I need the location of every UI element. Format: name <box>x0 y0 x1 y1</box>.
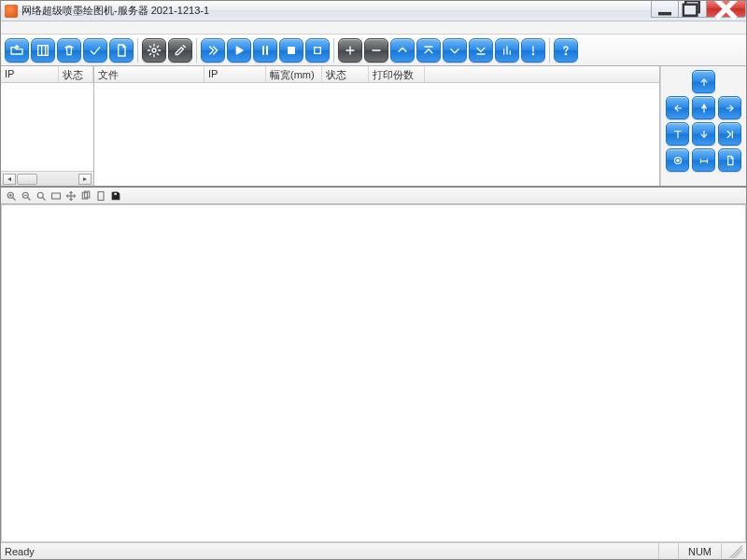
toolbar-separator <box>549 38 550 63</box>
column-header-width[interactable]: 幅宽(mm) <box>266 66 322 82</box>
confirm-button[interactable] <box>83 38 107 63</box>
status-seg-empty1 <box>658 543 678 559</box>
main-toolbar <box>1 35 746 66</box>
column-header-status2[interactable]: 状态 <box>322 66 369 82</box>
fit-width-icon[interactable] <box>49 189 62 202</box>
resize-grip-icon[interactable] <box>729 545 742 558</box>
fast-forward-button[interactable] <box>201 38 225 63</box>
jobs-panel: 文件 IP 幅宽(mm) 状态 打印份数 <box>94 66 660 186</box>
pad-text-button[interactable] <box>666 122 689 146</box>
open-button[interactable] <box>5 38 29 63</box>
svg-marker-9 <box>236 47 243 54</box>
status-bar: Ready NUM <box>1 542 746 559</box>
menu-bar <box>1 21 746 35</box>
copy-icon[interactable] <box>79 189 92 202</box>
pad-empty <box>666 70 689 93</box>
move-up-button[interactable] <box>390 38 415 63</box>
svg-point-24 <box>565 53 566 54</box>
svg-rect-13 <box>315 48 321 54</box>
document-button[interactable] <box>109 38 134 63</box>
pad-width-button[interactable] <box>692 148 715 172</box>
pad-empty <box>718 70 741 93</box>
clients-panel: IP 状态 ◂ ▸ <box>1 66 94 186</box>
clients-table-body[interactable] <box>1 83 93 171</box>
save-icon[interactable] <box>109 189 121 202</box>
svg-rect-5 <box>38 46 49 56</box>
preview-canvas[interactable] <box>1 204 746 542</box>
move-top-button[interactable] <box>416 38 441 63</box>
help-button[interactable] <box>554 38 578 63</box>
doc-icon[interactable] <box>94 189 106 202</box>
jobs-table-body[interactable] <box>94 83 659 186</box>
svg-line-41 <box>27 197 30 200</box>
column-header-blank <box>425 66 659 82</box>
status-num: NUM <box>678 543 721 559</box>
pad-up-button[interactable] <box>692 70 715 93</box>
status-ready: Ready <box>5 546 35 557</box>
remove-button[interactable] <box>364 38 388 63</box>
direction-pad <box>660 66 746 186</box>
tools-button[interactable] <box>168 38 192 63</box>
pad-down-button[interactable] <box>692 122 715 146</box>
scroll-right-icon[interactable]: ▸ <box>78 174 92 185</box>
scroll-thumb[interactable] <box>17 174 37 185</box>
column-header-ip[interactable]: IP <box>1 66 59 82</box>
svg-rect-45 <box>51 193 60 199</box>
app-icon <box>5 5 18 18</box>
column-header-ip2[interactable]: IP <box>204 66 266 82</box>
upper-split: IP 状态 ◂ ▸ 文件 IP 幅宽(mm) 状态 打印份数 <box>1 66 746 188</box>
toolbar-separator <box>333 38 334 63</box>
pad-right-button[interactable] <box>718 96 741 119</box>
column-header-copies[interactable]: 打印份数 <box>369 66 425 82</box>
zoom-fit-icon[interactable] <box>35 189 47 202</box>
jobs-table-header: 文件 IP 幅宽(mm) 状态 打印份数 <box>94 66 659 83</box>
pad-left-button[interactable] <box>666 96 689 119</box>
play-button[interactable] <box>227 38 251 63</box>
toolbar-separator <box>196 38 197 63</box>
clients-table-header: IP 状态 <box>1 66 93 83</box>
toolbar-separator <box>137 38 138 63</box>
window-title: 网络超级喷墨绘图机-服务器 2021-1213-1 <box>21 4 209 18</box>
settings-button[interactable] <box>142 38 166 63</box>
scroll-left-icon[interactable]: ◂ <box>3 174 16 185</box>
minimize-button[interactable] <box>651 1 679 18</box>
stop-button[interactable] <box>279 38 303 63</box>
svg-rect-12 <box>289 48 295 54</box>
zoom-out-icon[interactable] <box>20 189 32 202</box>
title-bar: 网络超级喷墨绘图机-服务器 2021-1213-1 <box>1 1 746 21</box>
move-bottom-button[interactable] <box>469 38 493 63</box>
pad-center-button[interactable] <box>692 96 715 119</box>
svg-rect-2 <box>684 5 698 16</box>
pad-reset-button[interactable] <box>666 148 689 172</box>
close-button[interactable] <box>707 1 746 18</box>
svg-point-43 <box>37 192 43 198</box>
column-header-file[interactable]: 文件 <box>94 66 204 82</box>
svg-point-35 <box>676 159 678 161</box>
svg-rect-50 <box>98 191 104 200</box>
status-seg-empty2 <box>721 543 729 559</box>
move-down-button[interactable] <box>443 38 467 63</box>
window-controls <box>651 1 746 18</box>
pad-end-button[interactable] <box>718 122 741 146</box>
column-header-status[interactable]: 状态 <box>59 66 93 82</box>
clients-scrollbar[interactable]: ◂ ▸ <box>1 171 93 186</box>
columns-button[interactable] <box>31 38 55 63</box>
svg-point-8 <box>152 49 156 52</box>
pad-page-button[interactable] <box>718 148 741 172</box>
svg-line-44 <box>42 197 45 200</box>
pause-button[interactable] <box>253 38 277 63</box>
delete-button[interactable] <box>57 38 81 63</box>
zoom-in-icon[interactable] <box>5 189 17 202</box>
add-button[interactable] <box>338 38 362 63</box>
alert-button[interactable] <box>521 38 545 63</box>
stop-alt-button[interactable] <box>305 38 330 63</box>
move-icon[interactable] <box>64 189 77 202</box>
svg-rect-51 <box>113 192 117 195</box>
svg-line-37 <box>12 197 15 200</box>
levels-button[interactable] <box>495 38 519 63</box>
maximize-button[interactable] <box>679 1 707 18</box>
svg-point-23 <box>532 53 533 54</box>
preview-toolbar <box>1 188 746 204</box>
